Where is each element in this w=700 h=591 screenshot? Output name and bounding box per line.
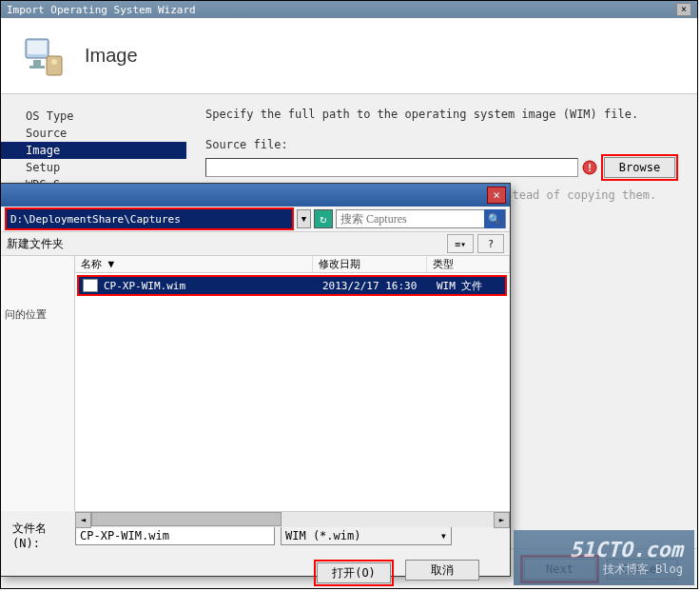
chevron-down-icon: ▾ xyxy=(440,529,447,542)
svg-rect-2 xyxy=(33,60,41,66)
filetype-label: WIM (*.wim) xyxy=(285,529,360,542)
svg-text:!: ! xyxy=(587,162,593,174)
view-mode-icon[interactable]: ≡▾ xyxy=(447,234,474,253)
file-type: WIM 文件 xyxy=(431,279,505,293)
scroll-left-icon[interactable]: ◄ xyxy=(75,512,91,528)
sidebar-item-ostype[interactable]: OS Type xyxy=(1,108,186,125)
image-icon xyxy=(20,33,66,79)
error-icon: ! xyxy=(582,160,597,175)
search-input[interactable] xyxy=(337,212,484,227)
file-open-dialog: × D:\DeploymentShare\Captures ▼ ↻ 🔍 新建文件… xyxy=(0,183,511,577)
path-input[interactable]: D:\DeploymentShare\Captures xyxy=(7,209,292,228)
source-file-input[interactable] xyxy=(205,158,578,177)
svg-rect-1 xyxy=(28,41,47,54)
sidebar-item-image[interactable]: Image xyxy=(1,142,186,159)
sidebar-item-setup[interactable]: Setup xyxy=(1,159,186,176)
refresh-icon[interactable]: ↻ xyxy=(314,209,333,228)
close-icon[interactable]: × xyxy=(676,3,691,16)
filename-input[interactable] xyxy=(75,526,275,545)
wizard-header: Image xyxy=(1,18,697,94)
filetype-select[interactable]: WIM (*.wim) ▾ xyxy=(281,526,452,545)
source-file-label: Source file: xyxy=(205,138,678,151)
wizard-titlebar: Import Operating System Wizard × xyxy=(1,1,697,18)
scroll-thumb[interactable] xyxy=(91,512,282,526)
file-row[interactable]: CP-XP-WIM.wim 2013/2/17 16:30 WIM 文件 xyxy=(79,277,505,294)
search-box: 🔍 xyxy=(336,209,506,228)
scroll-right-icon[interactable]: ► xyxy=(494,512,510,528)
watermark-sub: 技术博客 Blog xyxy=(525,561,683,578)
filedlg-titlebar: × xyxy=(1,184,510,207)
new-folder-button[interactable]: 新建文件夹 xyxy=(7,236,64,252)
filedlg-body: 问的位置 名称 ▼ 修改日期 类型 CP-XP-WIM.wim 2013/2/1… xyxy=(1,256,510,511)
sidebar-item-source[interactable]: Source xyxy=(1,125,186,142)
open-button[interactable]: 打开(O) xyxy=(317,562,391,583)
places-panel: 问的位置 xyxy=(1,256,75,511)
filedlg-navbar: D:\DeploymentShare\Captures ▼ ↻ 🔍 xyxy=(1,207,510,231)
wizard-title: Import Operating System Wizard xyxy=(7,4,196,16)
filedlg-toolbar: 新建文件夹 ≡▾ ? xyxy=(1,231,510,256)
list-header: 名称 ▼ 修改日期 类型 xyxy=(75,256,510,273)
col-name[interactable]: 名称 ▼ xyxy=(75,256,313,272)
file-name: CP-XP-WIM.wim xyxy=(102,280,317,292)
svg-rect-3 xyxy=(29,66,45,69)
browse-button[interactable]: Browse xyxy=(604,157,675,178)
filedlg-close-icon[interactable]: × xyxy=(487,187,506,204)
places-text: 问的位置 xyxy=(5,307,70,322)
filedlg-cancel-button[interactable]: 取消 xyxy=(405,560,479,581)
col-date[interactable]: 修改日期 xyxy=(313,256,427,272)
page-title: Image xyxy=(85,45,138,67)
watermark: 51CTO.com 技术博客 Blog xyxy=(514,530,694,585)
help-icon[interactable]: ? xyxy=(477,234,504,253)
file-icon xyxy=(83,279,98,292)
path-dropdown-icon[interactable]: ▼ xyxy=(297,209,311,228)
watermark-logo: 51CTO.com xyxy=(525,538,683,561)
col-type[interactable]: 类型 xyxy=(427,256,510,272)
instruction-text: Specify the full path to the operating s… xyxy=(205,108,678,121)
file-date: 2013/2/17 16:30 xyxy=(317,280,431,292)
file-list: 名称 ▼ 修改日期 类型 CP-XP-WIM.wim 2013/2/17 16:… xyxy=(75,256,510,511)
filename-label: 文件名(N): xyxy=(12,521,69,550)
search-icon[interactable]: 🔍 xyxy=(484,209,505,228)
svg-point-5 xyxy=(51,59,57,65)
horizontal-scrollbar[interactable]: ◄ ► xyxy=(75,511,510,527)
